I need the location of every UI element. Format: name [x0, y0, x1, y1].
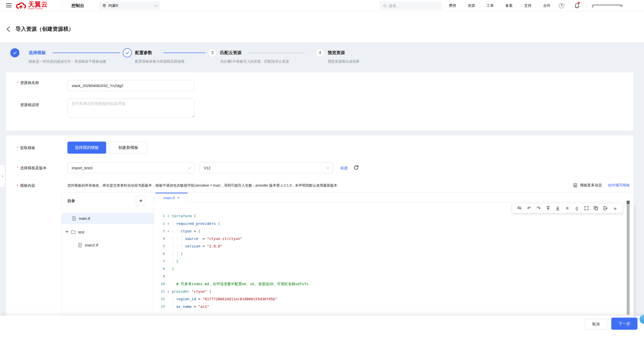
folder-expanded-caret-icon[interactable] [65, 231, 68, 233]
align-icon[interactable]: ≡ [564, 205, 571, 211]
nav-item-resources[interactable]: 资源 [468, 3, 475, 8]
nav-item-filing[interactable]: 备案 [505, 3, 513, 8]
nav-item-tickets[interactable]: 工单 [487, 3, 494, 8]
topbar: 天翼云 State Cloud 控制台 内蒙8 费用 资源 工单 备案 支持 合… [0, 0, 644, 11]
stack-desc-textarea[interactable] [67, 99, 194, 118]
step-4-label[interactable]: 预览资源 [328, 50, 345, 56]
back-button[interactable] [7, 26, 13, 32]
step-connector [248, 53, 306, 53]
add-file-button[interactable]: + [136, 196, 146, 206]
code-editor-pane: main.tf × 1∨terraform {2∨│ required_prov… [154, 193, 630, 315]
chevron-down-icon [154, 4, 158, 7]
code-line[interactable]: 11∨provider "ctyun" { [154, 288, 630, 295]
get-template-label: 获取模板 [20, 146, 35, 150]
step-4-circle[interactable]: 4 [315, 48, 325, 57]
region-value: 内蒙8 [108, 3, 154, 8]
export-icon[interactable] [602, 205, 609, 211]
undo-icon[interactable]: ↶ [526, 205, 532, 211]
download-icon[interactable] [554, 205, 561, 211]
footer-bar: 取消 下一步 [0, 316, 644, 339]
step-3-label[interactable]: 匹配云资源 [220, 50, 242, 56]
template-select[interactable]: import_test3 [67, 162, 194, 173]
next-step-button[interactable]: 下一步 [611, 318, 637, 330]
nav-item-cooperation[interactable]: 合作 [543, 3, 550, 8]
step-2-desc: 配置模板参数与资源栈高级选项 [135, 59, 184, 64]
cancel-button[interactable]: 取消 [585, 319, 607, 330]
tab-main-tf[interactable]: main.tf × [155, 193, 188, 202]
tree-item-main2-tf[interactable]: main2.tf [62, 239, 153, 250]
upload-icon[interactable] [545, 205, 551, 211]
fullscreen-icon[interactable] [583, 205, 590, 211]
line-number: 4 [154, 235, 165, 242]
fold-icon[interactable]: ∨ [165, 212, 172, 220]
fold-icon[interactable]: ∨ [165, 288, 172, 295]
braces-icon[interactable]: {} [574, 205, 580, 211]
code-area[interactable]: 1∨terraform {2∨│ required_providers {3∨│… [154, 202, 630, 315]
code-line[interactable]: 13│ az_name = "az1" [154, 303, 630, 310]
sidebar-expander[interactable]: › [0, 165, 5, 187]
tab-close-icon[interactable]: × [177, 196, 180, 200]
help-icon[interactable]: ? [559, 3, 564, 8]
stack-name-label: 资源栈名称 [20, 80, 39, 85]
find-icon[interactable] [516, 205, 523, 211]
step-3-desc: 为步骤1中模板导入的资源，匹配现有云资源 [220, 59, 289, 64]
required-mark: * [17, 80, 18, 85]
code-line[interactable]: 7│ } [154, 258, 630, 265]
new-template-button[interactable]: 创建新模板 [109, 142, 147, 154]
step-1-circle[interactable] [10, 48, 19, 57]
template-card: * 获取模板 选择我的模板 创建新模板 * 选择模板及版本 import_tes… [6, 136, 633, 316]
console-link[interactable]: 控制台 [71, 0, 84, 11]
stack-info-card: * 资源栈名称 资源栈说明 [6, 72, 633, 131]
code-line[interactable]: 6│ │ } [154, 250, 630, 258]
code-line[interactable]: 8} [154, 265, 630, 273]
user-account[interactable]: y*******************m [592, 0, 623, 11]
step-1-desc: 模板是一组资源的描述文件，资源栈基于模板创建 [29, 59, 106, 64]
fold-icon[interactable]: ∨ [165, 227, 172, 235]
stack-name-input[interactable] [67, 80, 194, 91]
nav-item-support[interactable]: 支持 [524, 3, 532, 8]
code-lines: 1∨terraform {2∨│ required_providers {3∨│… [154, 212, 630, 310]
code-line[interactable]: 4│ │ │ source = "ctyun-it/ctyun" [154, 235, 630, 242]
step-2-circle[interactable] [123, 48, 132, 57]
step-2-label[interactable]: 配置参数 [135, 50, 152, 56]
code-line[interactable]: 1∨terraform { [154, 212, 630, 220]
template-more-info-link[interactable]: 模板更多信息 [580, 183, 602, 188]
tree-item-main-tf[interactable]: main.tf [62, 213, 153, 224]
search-input[interactable] [389, 4, 434, 8]
template-content-label: 模板内容 [20, 183, 35, 188]
step-1-label[interactable]: 选择模板 [29, 50, 46, 56]
check-icon [125, 50, 130, 55]
new-version-link[interactable]: 新建 [340, 166, 348, 171]
refresh-icon[interactable] [353, 165, 359, 170]
version-select[interactable]: V12 [199, 162, 333, 173]
my-template-button[interactable]: 选择我的模板 [67, 142, 106, 154]
line-number: 11 [154, 288, 165, 295]
menu-icon[interactable] [6, 3, 12, 8]
brand-logo[interactable]: 天翼云 State Cloud [15, 1, 48, 10]
fold-icon[interactable]: ∨ [165, 220, 172, 227]
how-to-write-link[interactable]: 如何编写模板 [608, 183, 630, 188]
line-number: 10 [154, 280, 165, 288]
steps-bar: 选择模板 配置参数 3 匹配云资源 4 预览资源 模板是一组资源的描述文件，资源… [0, 42, 644, 70]
line-number: 6 [154, 250, 165, 258]
code-line[interactable]: 9 [154, 273, 630, 280]
global-search[interactable] [380, 2, 442, 10]
region-selector[interactable]: 内蒙8 [99, 2, 160, 10]
code-line[interactable]: 10 # 可参考index.md，在环境变量中配置ak、sk、资源池ID、可用区… [154, 280, 630, 288]
divider [62, 3, 62, 9]
code-line[interactable]: 5│ │ │ version = "2.0.0" [154, 242, 630, 250]
line-number: 2 [154, 220, 165, 227]
code-line[interactable]: 3∨│ │ ctyun = { [154, 227, 630, 235]
step-3-circle[interactable]: 3 [208, 48, 217, 57]
folder-icon [71, 230, 76, 234]
editor-scrollbar[interactable] [627, 201, 630, 315]
nav-item-billing[interactable]: 费用 [449, 3, 456, 8]
page-scrollbar[interactable] [634, 206, 636, 318]
code-line[interactable]: 2∨│ required_providers { [154, 220, 630, 227]
tree-item-test-folder[interactable]: test [62, 226, 153, 237]
more-icon[interactable]: » [612, 205, 618, 211]
chevron-down-icon [326, 166, 330, 169]
copy-icon[interactable] [593, 205, 599, 211]
redo-icon[interactable]: ↷ [535, 205, 542, 211]
code-line[interactable]: 12│ region_id = "81f7728662dd11ec8108001… [154, 295, 630, 303]
